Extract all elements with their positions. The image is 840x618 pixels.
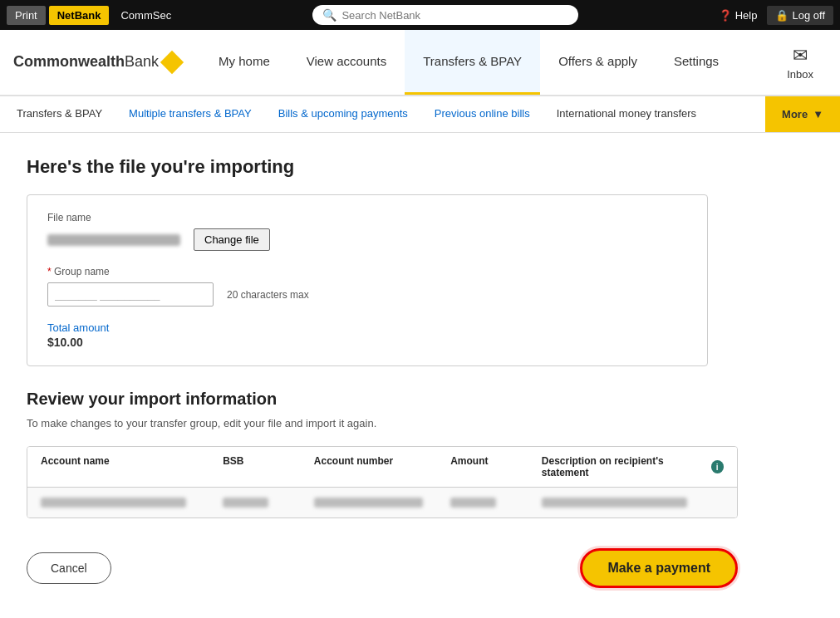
group-name-row: * Group name 20 characters max xyxy=(47,266,687,307)
info-icon[interactable]: i xyxy=(711,460,724,473)
cell-account-number xyxy=(314,498,450,508)
import-table: Account name BSB Account number Amount D… xyxy=(27,446,738,518)
search-box: 🔍 xyxy=(312,5,578,25)
cell-amount xyxy=(450,498,542,508)
cell-account-name xyxy=(41,498,223,508)
col-account-number: Account number xyxy=(314,455,450,478)
lock-icon: 🔒 xyxy=(775,9,788,22)
review-subtitle: To make changes to your transfer group, … xyxy=(27,417,738,429)
logoff-button[interactable]: 🔒 Log off xyxy=(767,6,833,25)
search-icon: 🔍 xyxy=(322,8,336,22)
logo-diamond-icon xyxy=(160,51,184,74)
total-amount-label: Total amount xyxy=(47,321,687,334)
table-row xyxy=(27,488,737,517)
change-file-button[interactable]: Change file xyxy=(194,228,270,251)
chevron-down-icon: ▼ xyxy=(813,108,823,120)
logo-text: CommonwealthBank xyxy=(13,54,159,71)
sub-nav-transfers-bpay[interactable]: Transfers & BPAY xyxy=(0,96,115,132)
total-amount-section: Total amount $10.00 xyxy=(47,321,687,349)
sub-nav-more[interactable]: More ▼ xyxy=(765,96,840,132)
col-bsb: BSB xyxy=(223,455,314,478)
page-title: Here's the file you're importing xyxy=(27,156,738,178)
col-description: Description on recipient's statement i xyxy=(542,455,724,478)
netbank-tab[interactable]: NetBank xyxy=(49,6,110,25)
file-name-blurred xyxy=(47,234,180,246)
group-name-input-row: 20 characters max xyxy=(47,282,687,307)
col-amount: Amount xyxy=(450,455,542,478)
cell-description xyxy=(542,498,724,508)
nav-item-my-home[interactable]: My home xyxy=(200,30,288,95)
inbox-icon: ✉ xyxy=(793,45,808,66)
sub-nav-previous-bills[interactable]: Previous online bills xyxy=(421,96,543,132)
nav-item-view-accounts[interactable]: View accounts xyxy=(288,30,405,95)
cell-bsb xyxy=(223,498,314,508)
search-container: 🔍 xyxy=(183,5,709,25)
group-name-input[interactable] xyxy=(47,282,214,307)
table-header: Account name BSB Account number Amount D… xyxy=(27,447,737,488)
sub-nav-bills-upcoming[interactable]: Bills & upcoming payments xyxy=(265,96,421,132)
group-name-label: * Group name xyxy=(47,266,687,277)
nav-item-transfers-bpay[interactable]: Transfers & BPAY xyxy=(405,30,540,95)
char-limit-label: 20 characters max xyxy=(227,289,309,301)
cancel-button[interactable]: Cancel xyxy=(27,552,111,584)
file-section: File name Change file * Group name 20 ch… xyxy=(27,194,708,366)
search-input[interactable] xyxy=(341,9,568,22)
nav-item-settings[interactable]: Settings xyxy=(656,30,737,95)
file-name-label: File name xyxy=(47,212,687,223)
col-account-name: Account name xyxy=(41,455,223,478)
inbox-nav-item[interactable]: ✉ Inbox xyxy=(774,45,827,81)
sub-nav-intl-transfers[interactable]: International money transfers xyxy=(543,96,710,132)
sub-nav-multiple-transfers[interactable]: Multiple transfers & BPAY xyxy=(115,96,265,132)
help-icon: ❓ xyxy=(719,9,732,22)
print-button[interactable]: Print xyxy=(7,6,46,25)
logo: CommonwealthBank xyxy=(13,54,180,71)
footer-buttons: Cancel Make a payment xyxy=(27,542,738,588)
total-amount-value: $10.00 xyxy=(47,336,687,349)
required-star: * xyxy=(47,266,54,277)
nav-item-offers-apply[interactable]: Offers & apply xyxy=(540,30,656,95)
file-name-row: Change file xyxy=(47,228,687,251)
make-payment-button[interactable]: Make a payment xyxy=(580,548,738,588)
review-title: Review your import information xyxy=(27,390,738,409)
help-button[interactable]: ❓ Help xyxy=(712,9,764,22)
nav-items: My home View accounts Transfers & BPAY O… xyxy=(200,30,774,95)
commsec-tab[interactable]: CommSec xyxy=(112,6,179,25)
main-content: Here's the file you're importing File na… xyxy=(0,133,764,611)
top-bar: Print NetBank CommSec 🔍 ❓ Help 🔒 Log off xyxy=(0,0,840,30)
main-nav: CommonwealthBank My home View accounts T… xyxy=(0,30,840,96)
sub-nav: Transfers & BPAY Multiple transfers & BP… xyxy=(0,96,840,133)
